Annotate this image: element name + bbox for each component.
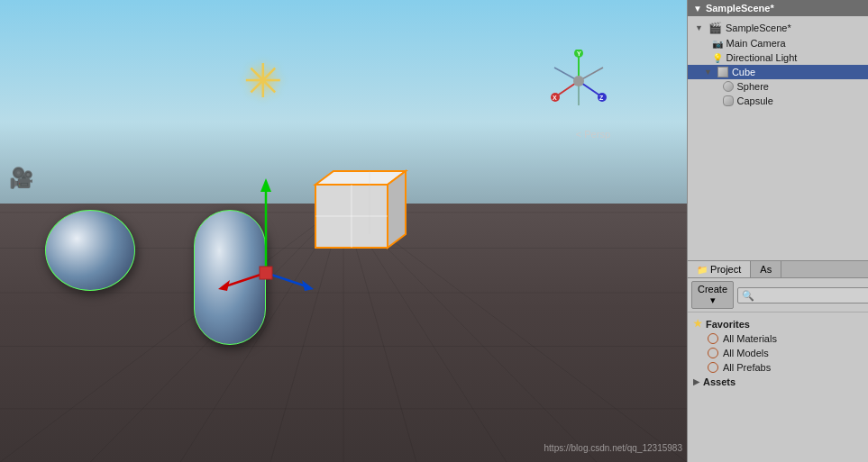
hierarchy-header: ▼ SampleScene*	[688, 0, 868, 16]
assets-section: ▶ Assets	[688, 375, 868, 389]
scene-icon: 🎬	[708, 22, 722, 34]
svg-marker-18	[218, 280, 230, 291]
svg-marker-24	[388, 171, 406, 248]
create-button[interactable]: Create ▾	[691, 281, 734, 309]
cube-object[interactable]	[306, 167, 415, 266]
search-circle-icon	[708, 362, 718, 373]
all-materials-item[interactable]: All Materials	[688, 331, 868, 346]
all-models-item[interactable]: All Models	[688, 346, 868, 360]
hierarchy-label-sphere: Sphere	[737, 81, 769, 92]
star-icon: ★	[693, 318, 702, 330]
svg-text:Z: Z	[599, 95, 604, 101]
watermark: https://blog.csdn.net/qq_12315983	[544, 443, 682, 453]
svg-text:X: X	[553, 95, 557, 101]
camera-small-icon: 📷	[712, 39, 723, 49]
tab-project-label: 📁 Project	[697, 264, 741, 275]
hierarchy-panel: ▼ SampleScene* ▼ 🎬 SampleScene* 📷 Main C…	[688, 0, 868, 261]
assets-label: Assets	[703, 376, 736, 387]
hierarchy-item-main-camera[interactable]: 📷 Main Camera	[688, 36, 868, 50]
tab-assets-label: As	[760, 264, 772, 275]
hierarchy-content: ▼ 🎬 SampleScene* 📷 Main Camera 💡 Directi…	[688, 16, 868, 112]
spacer	[704, 39, 707, 48]
hierarchy-label-cube: Cube	[732, 67, 755, 77]
hierarchy-title: SampleScene*	[706, 3, 774, 14]
spacer	[715, 96, 717, 105]
scene-view[interactable]: ✳ 🎥	[0, 0, 687, 462]
arrow-assets-icon: ▶	[693, 377, 699, 386]
hierarchy-item-sphere[interactable]: Sphere	[688, 79, 868, 94]
spacer	[704, 53, 707, 62]
search-circle-icon	[708, 333, 718, 344]
svg-text:Y: Y	[577, 50, 581, 57]
hierarchy-label-samplescene: SampleScene*	[726, 23, 791, 33]
hierarchy-label-main-camera: Main Camera	[726, 38, 786, 49]
arrow-icon: ▼	[704, 68, 712, 77]
spacer	[715, 82, 717, 91]
cube-small-icon	[717, 67, 728, 77]
hierarchy-item-capsule[interactable]: Capsule	[688, 94, 868, 108]
sphere-object[interactable]	[45, 210, 135, 291]
hierarchy-item-samplescene[interactable]: ▼ 🎬 SampleScene*	[688, 20, 868, 36]
right-panel: ▼ SampleScene* ▼ 🎬 SampleScene* 📷 Main C…	[687, 0, 868, 462]
project-tabs: 📁 Project As	[688, 261, 868, 278]
project-panel: 📁 Project As Create ▾ ★ Favorites All Ma…	[688, 261, 868, 462]
svg-rect-21	[260, 267, 272, 279]
all-prefabs-item[interactable]: All Prefabs	[688, 360, 868, 375]
capsule-small-icon	[723, 95, 734, 106]
project-toolbar: Create ▾	[688, 278, 868, 313]
hierarchy-icon: ▼	[693, 4, 702, 14]
svg-point-40	[573, 76, 584, 86]
persp-label: < Persp	[576, 129, 610, 140]
sphere-small-icon	[723, 81, 734, 92]
tab-project[interactable]: 📁 Project	[688, 261, 751, 277]
favorites-label: Favorites	[706, 319, 750, 330]
hierarchy-item-directional-light[interactable]: 💡 Directional Light	[688, 50, 868, 65]
svg-marker-16	[260, 178, 271, 192]
hierarchy-label-capsule: Capsule	[737, 95, 773, 106]
hierarchy-item-cube[interactable]: ▼ Cube	[688, 65, 868, 79]
light-icon: 💡	[712, 53, 723, 63]
all-models-label: All Models	[723, 348, 769, 358]
hierarchy-label-directional-light: Directional Light	[726, 52, 798, 63]
project-content: ★ Favorites All Materials All Models All…	[688, 313, 868, 393]
all-prefabs-label: All Prefabs	[723, 362, 771, 373]
favorites-section: ★ Favorites	[688, 316, 868, 331]
search-circle-icon	[708, 348, 718, 358]
project-search-input[interactable]	[737, 287, 868, 303]
all-materials-label: All Materials	[723, 333, 777, 344]
arrow-icon: ▼	[695, 23, 703, 32]
svg-marker-20	[302, 280, 314, 291]
orientation-gizmo[interactable]: Y X Z	[547, 50, 610, 113]
tab-assets[interactable]: As	[751, 261, 781, 277]
